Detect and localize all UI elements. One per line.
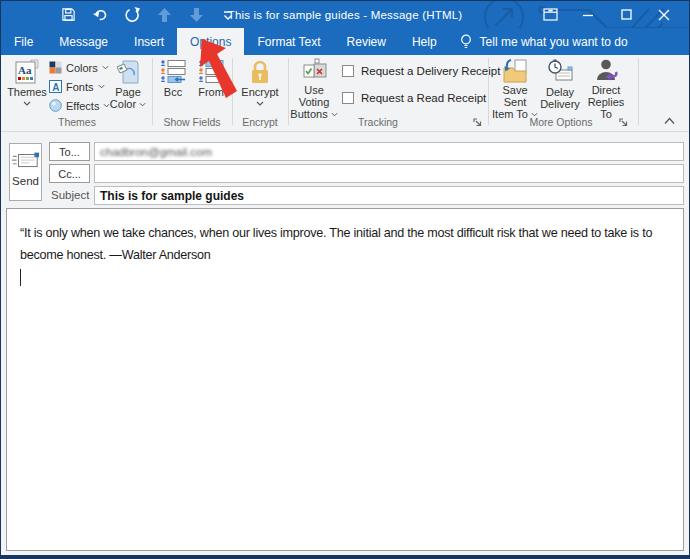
to-input[interactable]: chadbron@gmail.com [94,142,684,161]
encrypt-button[interactable]: Encrypt [237,57,283,115]
group-label-tracking: Tracking [289,116,467,128]
group-separator [152,58,153,125]
checkbox-icon [342,92,354,104]
request-delivery-receipt-checkbox[interactable]: Request a Delivery Receipt [342,65,500,77]
subject-value: This is for sample guides [100,189,244,203]
voting-buttons-icon [301,58,328,84]
tab-help[interactable]: Help [399,28,450,55]
lock-icon [248,58,272,86]
colors-icon [49,61,62,74]
message-body-editor[interactable]: “It is only when we take chances, when o… [6,208,684,551]
move-up-icon [155,6,173,24]
subject-label: Subject [51,189,89,201]
to-value-blurred: chadbron@gmail.com [100,146,212,158]
send-envelope-icon [12,150,40,172]
dropdown-caret-icon [139,102,146,107]
direct-replies-to-button[interactable]: Direct Replies To [581,57,631,115]
fonts-icon: A [49,80,62,93]
close-icon[interactable] [645,1,683,28]
delay-delivery-icon [547,58,574,86]
save-icon[interactable] [59,6,77,24]
tab-format-text[interactable]: Format Text [244,28,333,55]
cc-button[interactable]: Cc... [49,164,90,183]
lightbulb-icon [460,34,472,49]
collapse-ribbon-icon[interactable] [661,114,677,128]
svg-text:A: A [52,82,59,93]
ribbon-tabs: File Message Insert Options Format Text … [1,28,689,55]
fonts-button[interactable]: A Fonts [49,79,110,94]
message-header-fields: Send To... chadbron@gmail.com Cc... Subj… [1,132,689,208]
page-color-button[interactable]: Page Color [107,57,149,115]
from-icon [198,58,224,86]
customize-quick-access-toolbar-icon[interactable] [219,6,237,24]
ribbon-display-options-icon[interactable] [531,1,569,28]
minimize-icon[interactable] [569,1,607,28]
direct-replies-icon [593,58,619,84]
window-controls [531,1,683,28]
group-label-themes: Themes [5,116,149,128]
checkbox-icon [342,65,354,77]
more-options-dialog-launcher-icon[interactable] [617,116,630,129]
to-button[interactable]: To... [49,142,90,161]
dropdown-caret-icon [98,84,105,89]
tell-me-label: Tell me what you want to do [480,35,628,49]
use-voting-buttons-button[interactable]: Use Voting Buttons [291,57,337,115]
effects-icon [49,99,62,112]
undo-icon[interactable] [91,6,109,24]
themes-small-buttons: Colors A Fonts Effects [49,60,110,113]
request-read-receipt-checkbox[interactable]: Request a Read Receipt [342,92,486,104]
group-label-more-options: More Options [491,116,631,128]
send-button[interactable]: Send [9,143,42,201]
group-separator [488,58,489,125]
themes-button[interactable]: Aa Themes [6,57,48,115]
subject-input[interactable]: This is for sample guides [94,186,684,205]
outlook-message-window: This is for sample guides - Message (HTM… [0,0,690,559]
tab-insert[interactable]: Insert [121,28,177,55]
from-button[interactable]: From [193,57,229,115]
send-label: Send [12,175,39,187]
tab-file[interactable]: File [1,28,46,55]
redo-icon[interactable] [123,6,141,24]
bcc-icon [160,58,186,86]
quick-access-toolbar [1,6,237,24]
group-label-encrypt: Encrypt [233,116,287,128]
maximize-icon[interactable] [607,1,645,28]
move-down-icon [187,6,205,24]
title-bar: This is for sample guides - Message (HTM… [1,1,689,28]
delay-delivery-button[interactable]: Delay Delivery [539,57,581,115]
tab-options[interactable]: Options [177,28,244,55]
svg-text:Aa: Aa [18,64,32,76]
group-separator [288,58,289,125]
tab-message[interactable]: Message [46,28,121,55]
group-separator [638,58,639,125]
group-separator [232,58,233,125]
themes-icon: Aa [14,58,41,86]
tracking-dialog-launcher-icon[interactable] [471,116,484,129]
page-color-icon [115,58,141,86]
bcc-button[interactable]: Bcc [155,57,191,115]
cc-input[interactable] [94,164,684,183]
tab-review[interactable]: Review [334,28,399,55]
effects-button[interactable]: Effects [49,98,110,113]
ribbon-options: Aa Themes Colors [1,55,689,132]
save-sent-item-icon [501,58,529,84]
colors-button[interactable]: Colors [49,60,110,75]
dropdown-caret-icon [23,101,31,106]
tell-me-search[interactable]: Tell me what you want to do [450,28,638,55]
group-label-show-fields: Show Fields [153,116,231,128]
text-cursor [20,269,21,286]
save-sent-item-to-button[interactable]: Save Sent Item To [491,57,539,115]
dropdown-caret-icon [256,101,264,106]
message-body-text: “It is only when we take chances, when o… [7,209,679,266]
